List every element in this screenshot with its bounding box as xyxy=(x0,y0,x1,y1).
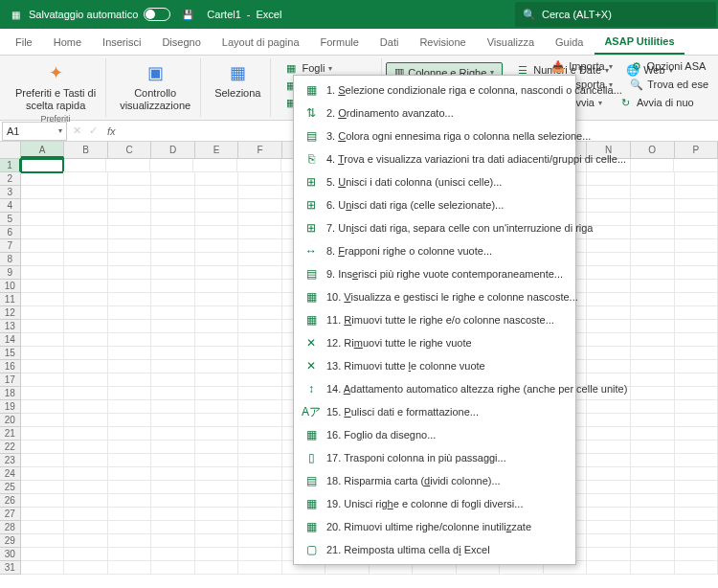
cell[interactable] xyxy=(238,521,282,534)
row-header[interactable]: 21 xyxy=(0,427,21,441)
cell[interactable] xyxy=(675,266,719,280)
cell[interactable] xyxy=(195,172,239,186)
cell[interactable] xyxy=(238,186,282,199)
cell[interactable] xyxy=(195,293,239,306)
row-header[interactable]: 3 xyxy=(0,186,21,199)
cell[interactable] xyxy=(195,548,239,561)
dropdown-item-14[interactable]: ↕14. Adattamento automatico altezza righ… xyxy=(294,377,575,400)
dropdown-item-5[interactable]: ⊞5. Unisci i dati colonna (unisci celle)… xyxy=(294,170,575,193)
cell[interactable] xyxy=(238,333,282,347)
dropdown-item-19[interactable]: ▦19. Unisci righe e colonne di fogli div… xyxy=(294,492,575,515)
cell[interactable] xyxy=(151,521,195,534)
cell[interactable] xyxy=(21,199,65,213)
cell[interactable] xyxy=(238,360,282,373)
cell[interactable] xyxy=(21,226,65,239)
cell[interactable] xyxy=(195,427,239,441)
cell[interactable] xyxy=(21,521,65,534)
cell[interactable] xyxy=(195,213,239,226)
cell[interactable] xyxy=(195,467,239,481)
cell[interactable] xyxy=(238,306,282,320)
cell[interactable] xyxy=(151,199,195,213)
cell[interactable] xyxy=(674,159,718,172)
cell[interactable] xyxy=(108,266,152,280)
dropdown-item-17[interactable]: ▯17. Trasponi colonna in più passaggi... xyxy=(294,446,575,469)
cell[interactable] xyxy=(631,226,675,239)
controllo-button[interactable]: ▣ Controllo visualizzazione xyxy=(116,60,194,114)
cell[interactable] xyxy=(587,521,631,534)
cell[interactable] xyxy=(21,347,65,360)
cell[interactable] xyxy=(675,172,719,186)
cell[interactable] xyxy=(21,548,65,561)
cell[interactable] xyxy=(64,280,108,293)
dropdown-item-10[interactable]: ▦10. Visualizza e gestisci le righe e co… xyxy=(294,285,575,308)
cell[interactable] xyxy=(21,253,65,266)
cell[interactable] xyxy=(64,266,108,280)
cell[interactable] xyxy=(195,534,239,548)
cell[interactable] xyxy=(64,467,108,481)
cell[interactable] xyxy=(64,239,108,253)
seleziona-button[interactable]: ▦ Seleziona xyxy=(211,60,264,102)
dropdown-item-20[interactable]: ▦20. Rimuovi ultime righe/colonne inutil… xyxy=(294,515,575,538)
row-header[interactable]: 11 xyxy=(0,293,21,306)
column-header[interactable]: C xyxy=(108,142,152,158)
cell[interactable] xyxy=(195,454,239,467)
cell[interactable] xyxy=(108,467,152,481)
cell[interactable] xyxy=(675,199,719,213)
cell[interactable] xyxy=(675,373,719,387)
cell[interactable] xyxy=(238,441,282,454)
dropdown-item-21[interactable]: ▢21. Reimposta ultima cella di Excel xyxy=(294,538,575,561)
tab-dati[interactable]: Dati xyxy=(370,31,409,54)
row-header[interactable]: 24 xyxy=(0,467,21,481)
cell[interactable] xyxy=(21,293,65,306)
cell[interactable] xyxy=(631,360,675,373)
cell[interactable] xyxy=(151,360,195,373)
cell[interactable] xyxy=(675,387,719,400)
column-header[interactable]: P xyxy=(675,142,719,158)
cell[interactable] xyxy=(631,172,675,186)
cell[interactable] xyxy=(631,373,675,387)
cell[interactable] xyxy=(151,306,195,320)
cell[interactable] xyxy=(108,213,152,226)
cell[interactable] xyxy=(64,213,108,226)
cell[interactable] xyxy=(238,239,282,253)
cell[interactable] xyxy=(195,360,239,373)
cell[interactable] xyxy=(631,561,675,575)
cell[interactable] xyxy=(21,561,65,575)
cell[interactable] xyxy=(195,186,239,199)
cell[interactable] xyxy=(64,534,108,548)
cell[interactable] xyxy=(21,239,65,253)
cell[interactable] xyxy=(64,373,108,387)
cell[interactable] xyxy=(151,293,195,306)
cell[interactable] xyxy=(21,454,65,467)
cell[interactable] xyxy=(238,400,282,414)
cell[interactable] xyxy=(587,454,631,467)
cell[interactable] xyxy=(151,481,195,494)
cell[interactable] xyxy=(587,534,631,548)
column-header[interactable]: D xyxy=(151,142,195,158)
cell[interactable] xyxy=(108,387,152,400)
dropdown-item-12[interactable]: ✕12. Rimuovi tutte le righe vuote xyxy=(294,331,575,354)
cell[interactable] xyxy=(631,414,675,427)
cell[interactable] xyxy=(20,158,64,173)
cell[interactable] xyxy=(108,548,152,561)
tab-layout-di-pagina[interactable]: Layout di pagina xyxy=(213,31,309,54)
cell[interactable] xyxy=(64,400,108,414)
cell[interactable] xyxy=(151,213,195,226)
row-header[interactable]: 31 xyxy=(0,561,21,575)
cell[interactable] xyxy=(675,320,719,333)
cell[interactable] xyxy=(675,293,719,306)
cell[interactable] xyxy=(675,226,719,239)
row-header[interactable]: 20 xyxy=(0,414,21,427)
cell[interactable] xyxy=(64,347,108,360)
cell[interactable] xyxy=(108,414,152,427)
search-box[interactable]: 🔍 Cerca (ALT+X) xyxy=(515,2,716,27)
cell[interactable] xyxy=(151,347,195,360)
column-header[interactable]: B xyxy=(64,142,108,158)
cell[interactable] xyxy=(21,320,65,333)
cell[interactable] xyxy=(21,373,65,387)
row-header[interactable]: 7 xyxy=(0,239,21,253)
cell[interactable] xyxy=(151,534,195,548)
cell[interactable] xyxy=(108,186,152,199)
cell[interactable] xyxy=(631,400,675,414)
cell[interactable] xyxy=(151,320,195,333)
